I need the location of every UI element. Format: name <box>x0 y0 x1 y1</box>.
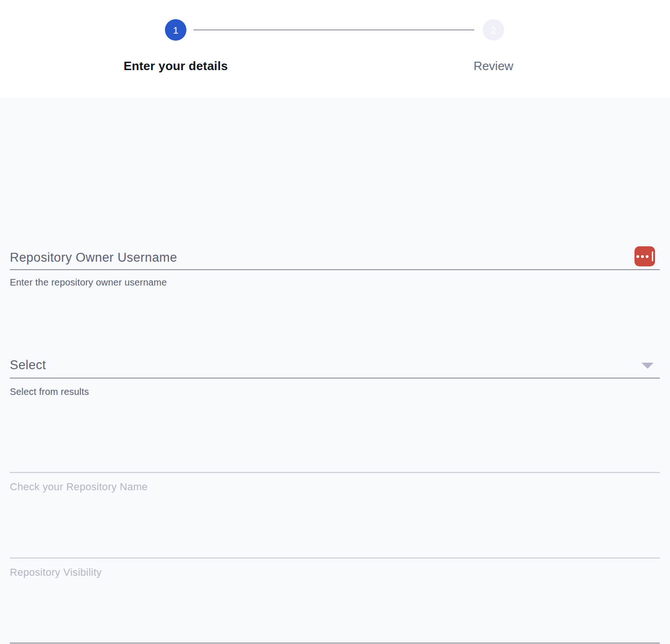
step-1-number: 1 <box>173 25 178 35</box>
select-field-helper: Select from results <box>10 386 89 397</box>
repository-name-underline <box>10 472 660 473</box>
step-2-label: Review <box>473 59 513 73</box>
repository-name-input[interactable] <box>10 444 660 471</box>
owner-field-underline <box>10 269 660 270</box>
wizard-stepper: 1 2 Enter your details Review <box>0 0 670 98</box>
repository-owner-username-input[interactable] <box>10 245 627 270</box>
step-2-indicator: 2 <box>483 19 504 41</box>
password-manager-dot <box>636 255 639 258</box>
password-manager-dot <box>641 255 644 258</box>
project-select-value: Select <box>10 358 46 372</box>
step-1-indicator: 1 <box>165 19 186 41</box>
repository-visibility-helper: Repository Visibility <box>10 566 102 579</box>
repository-visibility-underline <box>10 558 660 558</box>
default-branch-underline <box>10 643 660 644</box>
repository-visibility-input[interactable] <box>10 530 660 556</box>
chevron-down-icon <box>641 363 654 369</box>
wizard-form: Enter the repository owner username Sele… <box>0 98 670 644</box>
password-manager-dot <box>646 255 649 258</box>
project-select-dropdown[interactable]: Select <box>10 353 660 377</box>
step-connector-line <box>193 29 474 30</box>
owner-field-helper: Enter the repository owner username <box>10 277 167 288</box>
step-1-label: Enter your details <box>123 59 228 73</box>
password-manager-autofill-icon[interactable] <box>634 246 655 266</box>
select-field-underline <box>10 378 660 379</box>
default-branch-input[interactable] <box>10 615 660 641</box>
step-2-number: 2 <box>491 25 496 35</box>
password-manager-cursor-bar <box>652 251 653 261</box>
repository-name-helper: Check your Repository Name <box>10 481 148 493</box>
